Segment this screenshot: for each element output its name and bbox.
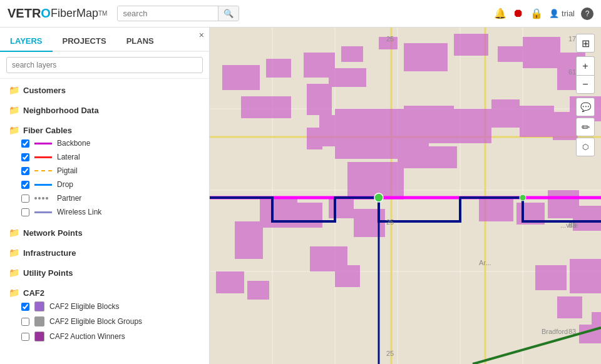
svg-rect-41 xyxy=(354,209,385,237)
tab-plans[interactable]: PLANS xyxy=(116,31,164,52)
layer-group-network-points-title[interactable]: 📁 Network Points xyxy=(9,226,200,239)
svg-point-58 xyxy=(520,195,526,201)
svg-text:25: 25 xyxy=(386,218,394,226)
svg-rect-30 xyxy=(404,106,454,143)
lateral-checkbox[interactable] xyxy=(21,153,29,161)
logo-vetro: VETR xyxy=(8,6,41,21)
zoom-out-button[interactable]: − xyxy=(576,75,595,94)
svg-text:17: 17 xyxy=(568,35,576,43)
layer-group-neighborhood-data: 📁 Neighborhood Data xyxy=(0,99,209,119)
layer-item-pigtail: Pigtail xyxy=(9,164,200,178)
svg-rect-49 xyxy=(570,259,601,293)
backbone-line-sample xyxy=(34,140,52,146)
svg-text:83: 83 xyxy=(568,328,576,335)
logo-fibermap: FiberMap xyxy=(51,7,98,20)
help-button[interactable]: ? xyxy=(581,8,593,20)
folder-icon: 📁 xyxy=(9,105,19,115)
svg-rect-54 xyxy=(592,312,601,328)
layer-item-wireless-link: Wireless Link xyxy=(9,205,200,219)
layer-group-caf2: 📁 CAF2 CAF2 Eligible Blocks CAF2 Eligibl… xyxy=(0,281,209,346)
neighborhood-data-label: Neighborhood Data xyxy=(23,106,99,115)
pigtail-checkbox[interactable] xyxy=(21,167,29,175)
caf2-eligible-block-groups-checkbox[interactable] xyxy=(21,318,29,326)
layer-item-caf2-eligible-blocks: CAF2 Eligible Blocks xyxy=(9,299,200,314)
layer-item-backbone: Backbone xyxy=(9,136,200,150)
wireless-link-line-sample xyxy=(34,209,52,215)
drop-line-sample xyxy=(34,181,52,188)
tabs: LAYERS PROJECTS PLANS xyxy=(0,28,209,52)
sidebar-close-button[interactable]: × xyxy=(199,30,204,40)
backbone-label: Backbone xyxy=(57,139,90,148)
edit-icon: ✏ xyxy=(582,121,590,133)
header-right: 🔔 ⏺ 🔒 👤 trial ? xyxy=(494,7,593,20)
layer-group-fiber-cables: 📁 Fiber Cables Backbone xyxy=(0,119,209,221)
svg-point-57 xyxy=(374,193,383,202)
svg-text:...ville: ...ville xyxy=(560,221,578,229)
caf2-eligible-blocks-swatch xyxy=(34,301,44,311)
wireless-link-checkbox[interactable] xyxy=(21,208,29,216)
layer-item-lateral: Lateral xyxy=(9,150,200,164)
pigtail-label: Pigtail xyxy=(57,166,78,175)
toggle-icon[interactable]: ⏺ xyxy=(513,7,524,20)
folder-icon: 📁 xyxy=(9,288,19,298)
svg-text:Ar...: Ar... xyxy=(479,259,491,266)
svg-rect-26 xyxy=(335,109,404,159)
svg-rect-20 xyxy=(404,43,448,71)
backbone-checkbox[interactable] xyxy=(21,139,29,148)
pigtail-line-sample xyxy=(34,168,52,174)
comment-button[interactable]: 💬 xyxy=(576,98,595,116)
svg-rect-21 xyxy=(454,34,488,56)
layer-group-customers: 📁 Customers xyxy=(0,79,209,99)
svg-rect-17 xyxy=(329,68,366,87)
svg-rect-29 xyxy=(307,128,322,149)
layer-group-infrastructure-title[interactable]: 📁 Infrastructure xyxy=(9,246,200,259)
lock-icon[interactable]: 🔒 xyxy=(530,8,543,19)
search-button[interactable]: 🔍 xyxy=(218,6,239,21)
tab-projects[interactable]: PROJECTS xyxy=(53,31,116,52)
search-bar: 🔍 xyxy=(117,6,239,21)
layers-toggle-button[interactable]: ⊞ xyxy=(576,34,595,53)
svg-rect-35 xyxy=(398,143,429,168)
layer-group-utility-points: 📁 Utility Points xyxy=(0,261,209,281)
map-svg: 25 17 61 25 83 25 83 Ar... Bradford ...v… xyxy=(210,28,601,364)
wireless-link-label: Wireless Link xyxy=(57,208,101,216)
layer-group-caf2-title[interactable]: 📁 CAF2 xyxy=(9,286,200,299)
sidebar: × LAYERS PROJECTS PLANS 📁 Customers � xyxy=(0,28,210,364)
svg-rect-52 xyxy=(247,281,269,300)
bell-icon[interactable]: 🔔 xyxy=(494,8,506,19)
layer-group-neighborhood-title[interactable]: 📁 Neighborhood Data xyxy=(9,104,200,116)
folder-icon: 📁 xyxy=(9,268,19,278)
layer-group-network-points: 📁 Network Points xyxy=(0,221,209,241)
svg-rect-0 xyxy=(210,28,601,364)
search-input[interactable] xyxy=(118,6,218,21)
layer-item-drop: Drop xyxy=(9,178,200,191)
folder-icon: 📁 xyxy=(9,228,19,238)
search-layers-input[interactable] xyxy=(6,57,203,73)
svg-rect-51 xyxy=(216,271,244,293)
layer-group-customers-title[interactable]: 📁 Customers xyxy=(9,84,200,96)
caf2-eligible-blocks-checkbox[interactable] xyxy=(21,303,29,311)
layer-group-fiber-cables-title[interactable]: 📁 Fiber Cables xyxy=(9,124,200,136)
user-account[interactable]: 👤 trial xyxy=(549,9,575,18)
map-area[interactable]: 25 17 61 25 83 25 83 Ar... Bradford ...v… xyxy=(210,28,601,364)
svg-rect-43 xyxy=(335,265,360,287)
layer-group-infrastructure: 📁 Infrastructure xyxy=(0,241,209,261)
zoom-controls: + − xyxy=(576,56,595,94)
partner-checkbox[interactable] xyxy=(21,195,29,203)
tab-layers[interactable]: LAYERS xyxy=(0,31,53,52)
zoom-in-button[interactable]: + xyxy=(576,56,595,75)
select-button[interactable]: ⬡ xyxy=(576,138,595,156)
svg-rect-50 xyxy=(557,296,582,318)
edit-button[interactable]: ✏ xyxy=(576,118,595,136)
customers-label: Customers xyxy=(23,86,66,95)
svg-rect-16 xyxy=(341,46,363,62)
caf2-auction-winners-checkbox[interactable] xyxy=(21,333,29,341)
logo-circle: O xyxy=(41,6,51,21)
layer-group-utility-points-title[interactable]: 📁 Utility Points xyxy=(9,266,200,279)
svg-rect-36 xyxy=(429,146,457,168)
map-controls: ⊞ + − 💬 ✏ ⬡ xyxy=(576,34,595,156)
folder-icon: 📁 xyxy=(9,125,19,135)
svg-rect-48 xyxy=(535,265,567,290)
network-points-label: Network Points xyxy=(23,228,83,238)
drop-checkbox[interactable] xyxy=(21,181,29,189)
